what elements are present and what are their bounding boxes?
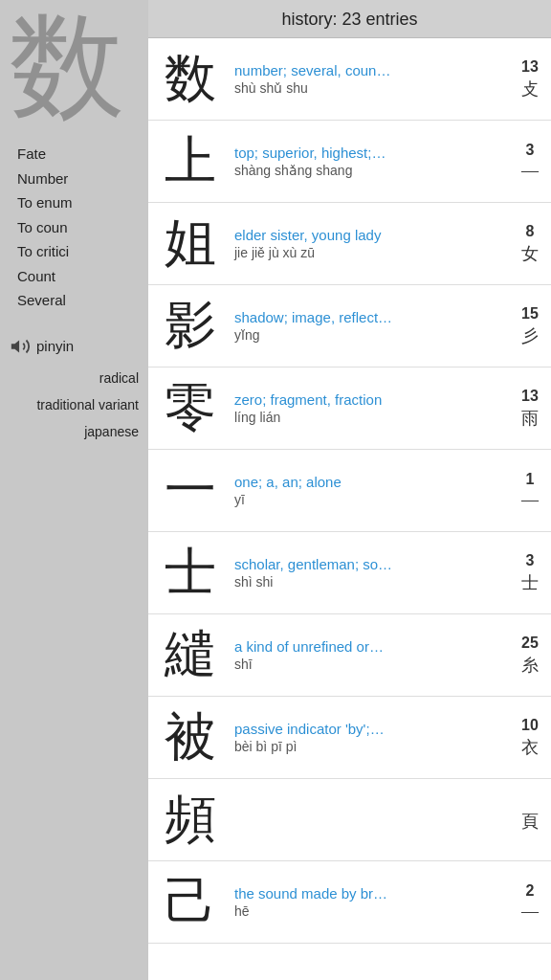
entry-definition: number; several, coun…	[234, 62, 517, 78]
table-row[interactable]: 繾a kind of unrefined or…shī25糸	[148, 614, 551, 697]
entry-radical: —	[521, 490, 539, 510]
meaning-item: Fate	[17, 142, 73, 167]
entry-strokes: 2	[526, 882, 535, 900]
japanese-label: japanese	[84, 424, 139, 439]
entry-radical: —	[521, 902, 539, 922]
entry-right: 15彡	[517, 305, 543, 347]
main-content: history: 23 entries 数number; several, co…	[148, 0, 551, 980]
entry-radical: 衣	[521, 736, 539, 759]
entry-strokes: 10	[521, 717, 539, 734]
entry-info: top; superior, highest;…shàng shǎng shan…	[229, 145, 517, 178]
table-row[interactable]: 己the sound made by br…hē2—	[148, 861, 551, 944]
table-row[interactable]: 数number; several, coun…shù shǔ shu13攴	[148, 38, 551, 121]
entry-kanji: 一	[152, 456, 229, 525]
entry-radical: 頁	[521, 810, 539, 833]
history-header: history: 23 entries	[148, 0, 551, 38]
meaning-item: Number	[17, 167, 73, 191]
entry-right: 1—	[517, 471, 543, 510]
meaning-item: To enum	[17, 190, 73, 215]
entry-definition: the sound made by br…	[234, 885, 517, 902]
meaning-item: To coun	[17, 215, 73, 240]
entry-pinyin: shù shǔ shu	[234, 80, 517, 96]
entry-definition: one; a, an; alone	[234, 474, 517, 490]
entry-kanji: 影	[152, 291, 229, 361]
entry-radical: 攴	[521, 78, 539, 100]
meaning-item: Count	[17, 264, 73, 289]
meaning-item: Several	[17, 288, 73, 313]
radical-label: radical	[99, 370, 139, 386]
table-row[interactable]: 被passive indicator 'by';…bèi bì pī pì10衣	[148, 697, 551, 779]
entry-kanji: 零	[152, 373, 229, 443]
entry-kanji: 数	[152, 44, 229, 114]
traditional-row: traditional variant	[0, 390, 148, 416]
entry-pinyin: shì shi	[234, 574, 517, 590]
pinyin-row[interactable]: pinyin	[0, 323, 83, 363]
table-row[interactable]: 一one; a, an; aloneyī1—	[148, 450, 551, 532]
entry-radical: 雨	[521, 407, 539, 430]
speaker-icon	[10, 336, 31, 357]
entry-info: the sound made by br…hē	[229, 885, 517, 919]
pinyin-label: pinyin	[36, 338, 74, 354]
entry-right: 10衣	[517, 717, 543, 759]
traditional-label: traditional variant	[36, 397, 139, 412]
meanings-list: FateNumberTo enumTo counTo criticiCountS…	[0, 124, 82, 323]
entry-radical: 士	[521, 571, 539, 594]
entry-right: 3士	[517, 552, 543, 594]
entry-right: 3—	[517, 142, 543, 181]
entry-info: one; a, an; aloneyī	[229, 474, 517, 507]
entry-definition: zero; fragment, fraction	[234, 391, 517, 408]
entry-pinyin: shàng shǎng shang	[234, 163, 517, 178]
entry-radical: 女	[521, 242, 539, 265]
table-row[interactable]: 影shadow; image, reflect…yǐng15彡	[148, 285, 551, 368]
entry-definition: top; superior, highest;…	[234, 145, 517, 161]
radical-row: radical	[0, 363, 148, 390]
entry-right: 13攴	[517, 58, 543, 100]
svg-marker-0	[11, 340, 19, 352]
japanese-row: japanese	[0, 416, 148, 443]
entry-kanji: 繾	[152, 620, 229, 690]
entry-definition: elder sister, young lady	[234, 227, 517, 243]
entry-right: 8女	[517, 223, 543, 265]
entry-info: elder sister, young ladyjie jiě jù xù zū	[229, 227, 517, 260]
entry-strokes: 3	[526, 552, 535, 569]
entry-pinyin: yǐng	[234, 327, 517, 343]
table-row[interactable]: 士scholar, gentleman; so…shì shi3士	[148, 532, 551, 614]
table-row[interactable]: 零zero; fragment, fractionlíng lián13雨	[148, 368, 551, 450]
big-kanji-display: 数	[0, 0, 124, 124]
entry-radical: 糸	[521, 654, 539, 677]
table-row[interactable]: 頻頁	[148, 779, 551, 861]
entry-strokes: 1	[526, 471, 535, 488]
entry-right: 頁	[517, 808, 543, 833]
table-row[interactable]: 姐elder sister, young ladyjie jiě jù xù z…	[148, 203, 551, 285]
entry-pinyin: líng lián	[234, 410, 517, 425]
entry-right: 2—	[517, 882, 543, 922]
entry-pinyin: hē	[234, 903, 517, 919]
entry-strokes: 25	[521, 635, 539, 652]
entry-strokes: 3	[526, 142, 535, 159]
entry-right: 13雨	[517, 388, 543, 430]
entry-strokes: 13	[521, 58, 539, 76]
table-row[interactable]: 上top; superior, highest;…shàng shǎng sha…	[148, 121, 551, 203]
entry-strokes: 8	[526, 223, 535, 240]
entry-radical: —	[521, 161, 539, 181]
header-title: history: 23 entries	[281, 10, 417, 29]
entry-pinyin: yī	[234, 492, 517, 507]
entry-kanji: 被	[152, 702, 229, 772]
entry-strokes: 15	[521, 305, 539, 323]
entry-info: zero; fragment, fractionlíng lián	[229, 391, 517, 425]
entry-kanji: 姐	[152, 209, 229, 278]
entry-right: 25糸	[517, 635, 543, 677]
sidebar: 数 FateNumberTo enumTo counTo criticiCoun…	[0, 0, 148, 980]
entry-definition: shadow; image, reflect…	[234, 309, 517, 325]
entry-kanji: 己	[152, 867, 229, 937]
entry-info: a kind of unrefined or…shī	[229, 638, 517, 672]
entry-pinyin: bèi bì pī pì	[234, 739, 517, 754]
entry-info: number; several, coun…shù shǔ shu	[229, 62, 517, 96]
entry-info: passive indicator 'by';…bèi bì pī pì	[229, 721, 517, 754]
entry-info: scholar, gentleman; so…shì shi	[229, 556, 517, 590]
entries-list: 数number; several, coun…shù shǔ shu13攴上to…	[148, 38, 551, 944]
entry-pinyin: shī	[234, 657, 517, 672]
entry-info: shadow; image, reflect…yǐng	[229, 309, 517, 343]
entry-definition: passive indicator 'by';…	[234, 721, 517, 737]
entry-kanji: 上	[152, 126, 229, 196]
